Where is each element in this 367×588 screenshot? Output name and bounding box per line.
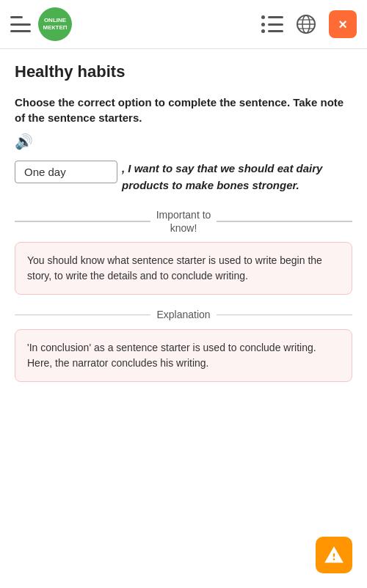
important-label: Important toknow! — [156, 208, 211, 235]
important-text: You should know what sentence starter is… — [27, 254, 322, 282]
explanation-divider: Explanation — [15, 308, 352, 321]
list-view-icon[interactable] — [261, 15, 283, 33]
sentence-rest-text: , I want to say that we should eat dairy… — [122, 161, 352, 194]
instruction-text: Choose the correct option to complete th… — [15, 95, 352, 125]
close-button[interactable]: × — [329, 10, 357, 38]
hamburger-menu-icon[interactable] — [10, 16, 31, 32]
explanation-label: Explanation — [156, 308, 210, 321]
main-content: Healthy habits Choose the correct option… — [0, 49, 367, 454]
app-logo: ONLINE МЕКТЕП — [38, 7, 72, 41]
header-right-actions: × — [261, 10, 357, 38]
explanation-divider-line-right — [217, 315, 352, 316]
important-info-box: You should know what sentence starter is… — [15, 242, 352, 295]
audio-button[interactable]: 🔊 — [15, 133, 33, 150]
explanation-box: 'In conclusion' as a sentence starter is… — [15, 329, 352, 382]
app-header: ONLINE МЕКТЕП × — [0, 0, 367, 49]
divider-line-right — [217, 221, 352, 222]
globe-icon[interactable] — [295, 13, 317, 35]
divider-line-left — [15, 221, 150, 222]
explanation-divider-line-left — [15, 315, 150, 316]
page-title: Healthy habits — [15, 62, 352, 81]
explanation-text: 'In conclusion' as a sentence starter is… — [27, 342, 316, 369]
sentence-area: One day , I want to say that we should e… — [15, 161, 352, 194]
warning-button[interactable] — [316, 537, 352, 573]
answer-input-box[interactable]: One day — [15, 161, 117, 183]
important-divider: Important toknow! — [15, 208, 352, 235]
